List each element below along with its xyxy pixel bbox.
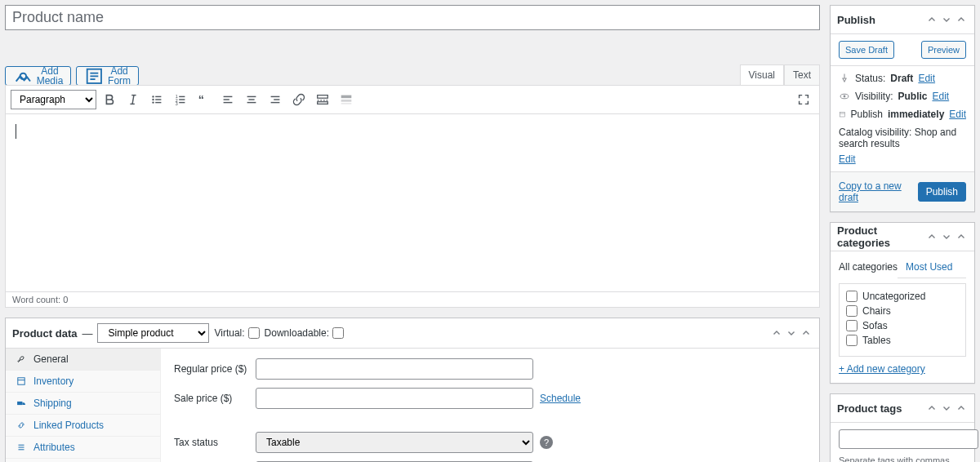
- list-ul-icon[interactable]: [146, 89, 167, 110]
- downloadable-checkbox[interactable]: [332, 327, 344, 339]
- media-icon: [13, 66, 33, 87]
- status-label: Status:: [855, 73, 885, 84]
- panel-down-icon[interactable]: [785, 326, 798, 340]
- publish-button[interactable]: Publish: [918, 182, 966, 202]
- category-label: Tables: [862, 335, 891, 346]
- panel-toggle-icon[interactable]: [955, 12, 968, 27]
- add-form-label: Add Form: [108, 66, 131, 86]
- panel-toggle-icon[interactable]: [800, 326, 813, 340]
- help-icon[interactable]: ?: [540, 436, 553, 449]
- tab-shipping[interactable]: Shipping: [6, 393, 160, 415]
- align-right-icon[interactable]: [265, 89, 286, 110]
- cursor-icon: [16, 124, 16, 139]
- publish-date-label: Publish: [851, 109, 883, 120]
- italic-icon[interactable]: [122, 89, 144, 110]
- tax-status-select[interactable]: Taxable: [256, 432, 533, 453]
- visibility-label: Visibility:: [855, 91, 893, 102]
- category-checkbox[interactable]: [846, 291, 858, 302]
- tab-linked-products[interactable]: Linked Products: [6, 415, 160, 437]
- link-icon[interactable]: [288, 89, 310, 110]
- pin-icon: [839, 73, 850, 84]
- add-category-link[interactable]: + Add new category: [839, 363, 925, 375]
- align-center-icon[interactable]: [241, 89, 262, 110]
- tags-hint: Separate tags with commas: [839, 455, 966, 462]
- schedule-link[interactable]: Schedule: [540, 393, 581, 404]
- tax-status-label: Tax status: [174, 437, 256, 448]
- tab-attributes[interactable]: Attributes: [6, 437, 160, 459]
- panel-toggle-icon[interactable]: [955, 229, 968, 244]
- status-value: Draft: [890, 73, 913, 84]
- add-media-button[interactable]: Add Media: [5, 66, 71, 86]
- calendar-icon: [839, 109, 846, 120]
- svg-rect-32: [318, 102, 328, 104]
- status-edit-link[interactable]: Edit: [918, 73, 935, 84]
- sale-price-label: Sale price ($): [174, 393, 256, 404]
- fullscreen-icon[interactable]: [793, 89, 814, 110]
- toolbar-toggle-icon[interactable]: [336, 89, 357, 110]
- tab-text[interactable]: Text: [784, 64, 820, 85]
- svg-rect-34: [341, 100, 352, 102]
- copy-draft-link[interactable]: Copy to a new draft: [839, 180, 918, 203]
- panel-down-icon[interactable]: [940, 12, 953, 27]
- category-label: Uncategorized: [862, 291, 925, 302]
- eye-icon: [839, 91, 850, 102]
- product-title-input[interactable]: [5, 5, 820, 30]
- wrench-icon: [16, 353, 27, 365]
- categories-title: Product categories: [837, 224, 925, 249]
- list-icon: [16, 442, 27, 453]
- tab-visual[interactable]: Visual: [740, 64, 784, 85]
- panel-down-icon[interactable]: [940, 229, 953, 244]
- virtual-checkbox[interactable]: [248, 327, 260, 339]
- svg-rect-33: [341, 96, 352, 99]
- tab-advanced[interactable]: Advanced: [6, 459, 160, 462]
- category-checkbox[interactable]: [846, 305, 858, 317]
- truck-icon: [16, 398, 27, 409]
- catalog-edit-link[interactable]: Edit: [839, 153, 856, 165]
- list-ol-icon[interactable]: 123: [170, 89, 191, 110]
- panel-up-icon[interactable]: [925, 12, 938, 27]
- panel-toggle-icon[interactable]: [955, 401, 968, 415]
- visibility-edit-link[interactable]: Edit: [932, 91, 949, 102]
- publish-title: Publish: [837, 14, 875, 26]
- tab-inventory[interactable]: Inventory: [6, 371, 160, 393]
- svg-point-8: [152, 96, 154, 97]
- categories-tab-most-used[interactable]: Most Used: [906, 258, 952, 278]
- svg-rect-36: [18, 378, 24, 384]
- product-data-title: Product data: [12, 327, 77, 340]
- downloadable-label: Downloadable:: [265, 327, 329, 339]
- align-left-icon[interactable]: [217, 89, 238, 110]
- save-draft-button[interactable]: Save Draft: [839, 41, 894, 59]
- sale-price-input[interactable]: [256, 388, 533, 409]
- category-checkbox[interactable]: [846, 335, 858, 346]
- regular-price-input[interactable]: [256, 358, 533, 380]
- panel-up-icon[interactable]: [925, 401, 938, 415]
- product-type-select[interactable]: Simple product: [97, 323, 209, 343]
- tab-general[interactable]: General: [6, 349, 160, 371]
- categories-tab-all[interactable]: All categories: [839, 258, 898, 278]
- visibility-value: Public: [898, 91, 927, 102]
- paragraph-select[interactable]: Paragraph: [11, 90, 96, 109]
- panel-up-icon[interactable]: [770, 326, 783, 340]
- category-label: Sofas: [862, 320, 888, 331]
- regular-price-label: Regular price ($): [174, 363, 256, 375]
- panel-up-icon[interactable]: [925, 229, 938, 244]
- tags-input[interactable]: [839, 429, 978, 449]
- preview-button[interactable]: Preview: [921, 41, 966, 59]
- svg-rect-30: [318, 96, 328, 99]
- publish-date-edit-link[interactable]: Edit: [949, 109, 966, 120]
- svg-text:3: 3: [176, 101, 178, 106]
- svg-text:“: “: [198, 93, 204, 106]
- bold-icon[interactable]: [99, 89, 120, 110]
- panel-down-icon[interactable]: [940, 401, 953, 415]
- link-small-icon: [16, 420, 27, 431]
- insert-more-icon[interactable]: [312, 89, 333, 110]
- editor-body[interactable]: [5, 113, 820, 292]
- virtual-label: Virtual:: [214, 327, 244, 339]
- svg-point-9: [152, 99, 154, 100]
- category-checkbox[interactable]: [846, 320, 858, 331]
- inventory-icon: [16, 375, 27, 387]
- add-form-button[interactable]: Add Form: [76, 66, 139, 86]
- quote-icon[interactable]: “: [194, 89, 215, 110]
- svg-line-7: [132, 96, 134, 104]
- add-media-label: Add Media: [37, 66, 64, 86]
